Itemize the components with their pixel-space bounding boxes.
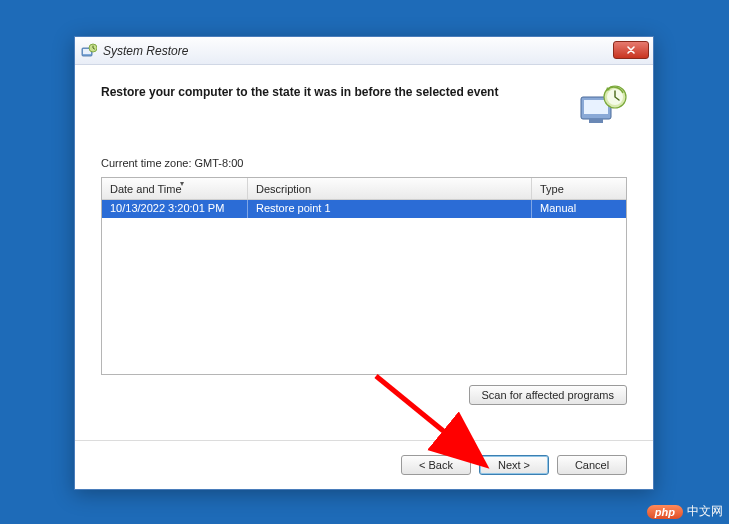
system-restore-icon	[81, 43, 97, 59]
cell-type: Manual	[532, 200, 626, 218]
page-heading: Restore your computer to the state it wa…	[101, 83, 498, 99]
close-button[interactable]	[613, 41, 649, 59]
column-header-type[interactable]: Type	[532, 178, 626, 199]
dialog-footer: < Back Next > Cancel	[75, 440, 653, 489]
column-header-date[interactable]: Date and Time ▾	[102, 178, 248, 199]
window-title: System Restore	[103, 44, 188, 58]
sort-descending-icon: ▾	[180, 179, 184, 188]
table-row[interactable]: 10/13/2022 3:20:01 PM Restore point 1 Ma…	[102, 200, 626, 218]
table-body: 10/13/2022 3:20:01 PM Restore point 1 Ma…	[102, 200, 626, 218]
column-label: Type	[540, 183, 564, 195]
titlebar[interactable]: System Restore	[75, 37, 653, 65]
back-button[interactable]: < Back	[401, 455, 471, 475]
column-label: Description	[256, 183, 311, 195]
scan-affected-programs-button[interactable]: Scan for affected programs	[469, 385, 627, 405]
dialog-content: Restore your computer to the state it wa…	[75, 65, 653, 419]
cell-description: Restore point 1	[248, 200, 532, 218]
cell-date: 10/13/2022 3:20:01 PM	[102, 200, 248, 218]
system-restore-dialog: System Restore Restore your computer to …	[74, 36, 654, 490]
watermark-text: 中文网	[687, 503, 723, 520]
restore-monitor-clock-icon	[579, 83, 627, 127]
restore-points-table: Date and Time ▾ Description Type 10/13/2…	[101, 177, 627, 375]
timezone-label: Current time zone: GMT-8:00	[101, 157, 627, 169]
table-header: Date and Time ▾ Description Type	[102, 178, 626, 200]
svg-rect-4	[584, 100, 608, 114]
svg-rect-5	[589, 119, 603, 123]
watermark: php 中文网	[647, 503, 723, 520]
next-button[interactable]: Next >	[479, 455, 549, 475]
column-label: Date and Time	[110, 183, 182, 195]
watermark-badge: php	[647, 505, 683, 519]
cancel-button[interactable]: Cancel	[557, 455, 627, 475]
column-header-description[interactable]: Description	[248, 178, 532, 199]
